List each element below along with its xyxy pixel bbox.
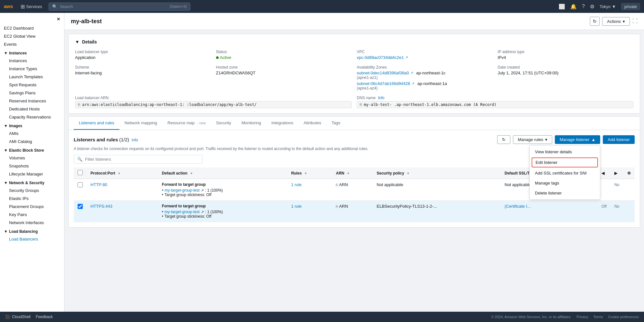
row2-protocol-link[interactable]: HTTPS:443 — [90, 204, 112, 209]
row1-rules-link[interactable]: 1 rule — [291, 182, 302, 187]
search-bar[interactable]: 🔍 [Option+S] — [49, 3, 190, 11]
cookie-preferences-link[interactable]: Cookie preferences — [608, 315, 639, 319]
row2-ssl-cert-link[interactable]: (Certificate I... — [505, 204, 531, 209]
manage-listener-button[interactable]: Manage listener ▲ — [555, 135, 600, 144]
th-nav-next[interactable]: ▶ — [611, 167, 623, 179]
filter-text-input[interactable] — [85, 157, 199, 162]
row1-checkbox[interactable] — [78, 182, 83, 187]
detail-scheme: Scheme Internet-facing — [75, 65, 211, 90]
sidebar-item-capacity-reservations[interactable]: Capacity Reservations — [5, 113, 64, 121]
sidebar-item-placement-groups[interactable]: Placement Groups — [5, 203, 64, 211]
sidebar-item-security-groups[interactable]: Security Groups — [5, 186, 64, 194]
tab-tags[interactable]: Tags — [327, 117, 346, 130]
th-rules[interactable]: Rules ▼ — [287, 167, 332, 179]
manage-rules-chevron-icon: ▾ — [545, 137, 547, 142]
account-menu[interactable]: private — [621, 3, 640, 10]
settings-icon[interactable]: ⚙ — [590, 4, 594, 10]
listeners-info-link[interactable]: Info — [132, 138, 138, 142]
ip-type-label: IP address type — [498, 50, 634, 54]
add-listener-button[interactable]: Add listener — [603, 135, 635, 144]
vpc-link[interactable]: vpc-0d88ac0734dd4c2e1 ↗ — [357, 55, 408, 60]
tab-attributes[interactable]: Attributes — [298, 117, 327, 130]
dropdown-manage-tags[interactable]: Manage tags — [530, 178, 600, 188]
sidebar-item-lifecycle-manager[interactable]: Lifecycle Manager — [5, 170, 64, 178]
sidebar-item-load-balancers[interactable]: Load Balancers — [5, 235, 64, 243]
services-button[interactable]: ⊞ Services — [18, 2, 45, 11]
sidebar-section-instances[interactable]: ▼Instances — [0, 48, 64, 57]
details-header[interactable]: ▼ Details — [75, 39, 633, 44]
tab-resource-map[interactable]: Resource map - new — [162, 117, 211, 130]
manage-rules-button[interactable]: Manage rules ▾ — [513, 135, 552, 144]
sidebar-section-ebs[interactable]: ▼Elastic Block Store — [0, 146, 64, 154]
sidebar-item-launch-templates[interactable]: Launch Templates — [5, 73, 64, 81]
az1-subnet-link[interactable]: subnet-0dec14d8396af38a0 ↗ — [357, 71, 413, 75]
az1-external-icon: ↗ — [410, 71, 413, 75]
privacy-link[interactable]: Privacy — [577, 315, 588, 319]
help-icon[interactable]: ? — [582, 4, 585, 9]
th-protocol-port[interactable]: Protocol:Port ▼ — [87, 167, 158, 179]
sidebar-section-network-security[interactable]: ▼Network & Security — [0, 178, 64, 186]
tab-network-mapping[interactable]: Network mapping — [119, 117, 162, 130]
tab-listeners-and-rules[interactable]: Listeners and rules — [74, 117, 119, 130]
bell-icon[interactable]: 🔔 — [570, 4, 577, 10]
dropdown-view-listener[interactable]: View listener details — [530, 147, 600, 157]
sidebar-item-elastic-ips[interactable]: Elastic IPs — [5, 194, 64, 203]
sidebar-item-key-pairs[interactable]: Key Pairs — [5, 211, 64, 219]
sidebar-item-events[interactable]: Events — [0, 40, 64, 48]
row1-copy-icon[interactable]: ⎘ — [336, 183, 338, 187]
sidebar-item-reserved-instances[interactable]: Reserved Instances — [5, 97, 64, 105]
th-default-action[interactable]: Default action ▼ — [158, 167, 287, 179]
row1-protocol-link[interactable]: HTTP:80 — [90, 182, 107, 187]
feedback-button[interactable]: Feedback — [36, 315, 53, 319]
th-arn[interactable]: ARN ▼ — [332, 167, 373, 179]
row2-checkbox[interactable] — [78, 204, 83, 209]
cloudshell-button[interactable]: ⬛ CloudShell — [5, 315, 31, 319]
sidebar-item-ec2-dashboard[interactable]: EC2 Dashboard — [0, 24, 64, 32]
sidebar-section-load-balancing[interactable]: ▼Load Balancing — [0, 227, 64, 235]
th-settings[interactable]: ⚙ — [623, 167, 635, 179]
sidebar-item-ec2-global-view[interactable]: EC2 Global View — [0, 32, 64, 40]
aws-logo[interactable]: aws — [4, 3, 14, 10]
filter-listeners-input[interactable]: 🔍 — [74, 155, 203, 164]
tab-monitoring[interactable]: Monitoring — [236, 117, 266, 130]
dropdown-delete-listener[interactable]: Delete listener — [530, 188, 600, 198]
row2-rules-link[interactable]: 1 rule — [291, 204, 302, 209]
row2-target-link[interactable]: my-target-group-test — [165, 210, 200, 214]
sidebar-item-instance-types[interactable]: Instance Types — [5, 65, 64, 73]
sidebar-item-spot-requests[interactable]: Spot Requests — [5, 81, 64, 89]
tab-integrations[interactable]: Integrations — [266, 117, 298, 130]
th-security-policy[interactable]: Security policy ▼ — [373, 167, 501, 179]
dns-info-link[interactable]: Info — [378, 96, 384, 100]
dropdown-add-ssl[interactable]: Add SSL certificates for SNI — [530, 168, 600, 178]
row1-target-link[interactable]: my-target-group-test — [165, 188, 200, 193]
notifications-icon[interactable]: ⬜ — [559, 4, 565, 10]
sidebar-item-snapshots[interactable]: Snapshots — [5, 162, 64, 170]
sidebar-item-dedicated-hosts[interactable]: Dedicated Hosts — [5, 105, 64, 113]
az2-subnet-link[interactable]: subnet-06c4d7ab166d94428 ↗ — [357, 81, 414, 86]
row2-copy-icon[interactable]: ⎘ — [336, 204, 338, 208]
terms-link[interactable]: Terms — [593, 315, 603, 319]
sidebar-close-button[interactable]: ✕ — [57, 17, 60, 22]
tab-security[interactable]: Security — [211, 117, 236, 130]
expand-icon[interactable]: ⛶ — [632, 18, 638, 24]
details-bottom-row: Load balancer ARN ⎘ arn:aws:elasticloadb… — [75, 96, 633, 108]
search-input[interactable] — [60, 4, 167, 9]
sidebar-section-images[interactable]: ▼Images — [0, 121, 64, 129]
sidebar-item-ami-catalog[interactable]: AMI Catalog — [5, 137, 64, 146]
sidebar-item-instances[interactable]: Instances — [5, 57, 64, 65]
table-row: HTTPS:443 Forward to target group • my-t… — [74, 201, 635, 222]
refresh-button[interactable]: ↻ — [590, 17, 600, 26]
row2-default-action: Forward to target group • my-target-grou… — [158, 201, 287, 222]
sidebar-item-volumes[interactable]: Volumes — [5, 154, 64, 162]
dropdown-edit-listener[interactable]: Edit listener — [532, 157, 598, 167]
refresh-listeners-button[interactable]: ↻ — [497, 135, 510, 144]
actions-button[interactable]: Actions ▾ — [602, 17, 630, 26]
copy-arn-icon[interactable]: ⎘ — [78, 102, 80, 107]
sidebar-item-savings-plans[interactable]: Savings Plans — [5, 89, 64, 97]
sidebar-item-amis[interactable]: AMIs — [5, 129, 64, 137]
region-selector[interactable]: Tokyo ▼ — [600, 4, 616, 9]
select-all-checkbox[interactable] — [78, 170, 83, 175]
copy-dns-icon[interactable]: ⎘ — [360, 102, 362, 107]
sidebar-item-network-interfaces[interactable]: Network Interfaces — [5, 219, 64, 227]
status-label: Status — [216, 50, 352, 54]
